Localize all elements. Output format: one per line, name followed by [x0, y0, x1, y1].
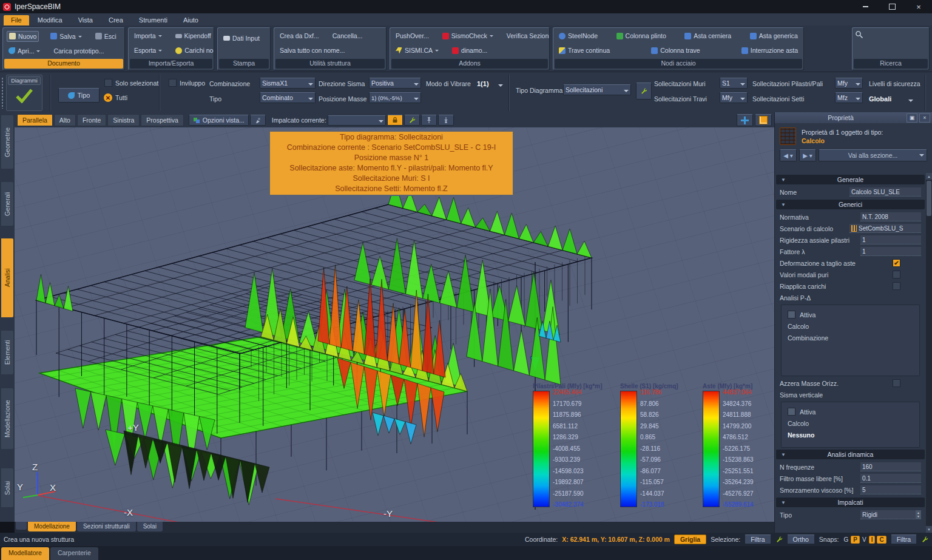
prev-section-button[interactable]: ◀ ▾: [780, 149, 797, 161]
prop-value-filtro-masse-libere[interactable]: 0.1: [860, 474, 921, 483]
ribbon-item-trave-continua[interactable]: Trave continua: [557, 46, 612, 55]
tipo-select[interactable]: Combinato: [260, 92, 316, 103]
prop-value-normativa[interactable]: N.T. 2008: [860, 212, 921, 221]
prop-value-tipo[interactable]: Rigidi▲▼: [860, 510, 921, 519]
checkbox-unchecked[interactable]: [893, 379, 900, 387]
ortho-button[interactable]: Ortho: [787, 535, 815, 544]
viewport-3d[interactable]: Tipo diagramma: Sollecitazioni Combinazi…: [15, 127, 774, 522]
prop-value-nome[interactable]: Calcolo SLU_SLE: [849, 187, 921, 197]
posizione-masse-select[interactable]: 1) (0%,-5%): [369, 92, 421, 103]
prop-value-fattore[interactable]: 1: [860, 247, 921, 256]
prop-section-generici[interactable]: ▼Generici: [776, 200, 925, 209]
spinner-down-icon[interactable]: ▼: [917, 514, 920, 518]
lock-floor-button[interactable]: [387, 115, 403, 126]
maximize-button[interactable]: [879, 0, 905, 13]
close-button[interactable]: ×: [905, 0, 932, 13]
ribbon-item-esci[interactable]: Esci: [93, 32, 118, 41]
menu-strumenti[interactable]: Strumenti: [132, 15, 175, 25]
floor-settings-button[interactable]: [404, 115, 420, 126]
ribbon-item-asta-cerniera[interactable]: Asta cerniera: [683, 31, 733, 41]
ribbon-item-crea-da-dxf[interactable]: Crea da Dxf...: [278, 31, 321, 41]
apply-check-icon[interactable]: [15, 89, 33, 103]
ribbon-item-cancella[interactable]: Cancella...: [331, 31, 365, 41]
viewport-tab-modellazione[interactable]: Modellazione: [28, 522, 76, 531]
minimize-button[interactable]: [852, 0, 879, 13]
prop-section-analisi-dinamica[interactable]: ▼Analisi dinamica: [776, 450, 925, 459]
panel-scrollbar[interactable]: ▲ ▼: [926, 173, 932, 533]
sidebar-tab-geometrie[interactable]: Geometrie: [1, 115, 13, 169]
sollecitazioni-travi-select[interactable]: Mfy: [720, 92, 748, 103]
ribbon-item-esporta[interactable]: Esporta: [132, 46, 164, 55]
ribbon-item-sismi-ca[interactable]: SISMI.CA: [394, 46, 441, 55]
snap-toggle-i[interactable]: I: [869, 536, 876, 544]
drag-handle[interactable]: [1, 77, 4, 109]
mode-tab-modellatore[interactable]: Modellatore: [1, 547, 49, 560]
viewport-tab-sezioni-strutturali[interactable]: Sezioni strutturali: [77, 522, 136, 531]
prop-value-n-frequenze[interactable]: 160: [860, 462, 921, 471]
ribbon-item-importa[interactable]: Importa: [132, 31, 164, 41]
view-tab-parallela[interactable]: Parallela: [17, 114, 53, 126]
sollecitazioni-setti-select[interactable]: Mfz: [835, 92, 863, 103]
dock-panel-button[interactable]: ▣: [907, 113, 917, 123]
ribbon-item-colonna-trave[interactable]: Colonna trave: [649, 46, 701, 55]
tutti-toggle[interactable]: ✕ Tutti: [104, 93, 127, 102]
scroll-down-icon[interactable]: ▼: [926, 526, 932, 533]
add-view-button[interactable]: [737, 114, 753, 126]
scroll-up-icon[interactable]: ▲: [926, 173, 932, 180]
checkbox-unchecked[interactable]: [788, 311, 795, 319]
ribbon-item-interruzione-asta[interactable]: Interruzione asta: [740, 46, 800, 55]
tipo-diagramma-select[interactable]: Sollecitazioni: [563, 84, 631, 95]
ribbon-item-dati-input[interactable]: Dati Input: [221, 33, 262, 43]
ribbon-item-sismocheck[interactable]: SismoCheck: [441, 31, 495, 41]
next-section-button[interactable]: ▶ ▾: [799, 149, 816, 161]
properties-header[interactable]: Proprietà ▣ ×: [775, 112, 932, 123]
sidebar-tab-analisi[interactable]: Analisi: [1, 238, 13, 317]
viewport-tab-solai[interactable]: Solai: [137, 522, 163, 531]
sollecitazioni-muri-select[interactable]: S1: [720, 78, 748, 89]
ribbon-item-kipendoff[interactable]: Kipendoff: [174, 31, 213, 41]
wrench-icon[interactable]: [921, 536, 928, 543]
livelli-sicurezza-select[interactable]: [905, 94, 915, 105]
checkbox-unchecked[interactable]: [788, 408, 795, 416]
filtra-snaps-button[interactable]: Filtra: [891, 535, 917, 544]
pin-up-button[interactable]: [421, 115, 437, 126]
menu-aiuto[interactable]: Aiuto: [176, 15, 206, 25]
ribbon-item-pushover[interactable]: PushOver...: [394, 31, 431, 41]
menu-modifica[interactable]: Modifica: [30, 15, 70, 25]
filtra-selection-button[interactable]: Filtra: [745, 535, 771, 544]
view-tab-prospettiva[interactable]: Prospettiva: [141, 114, 184, 126]
close-panel-button[interactable]: ×: [919, 113, 930, 123]
ribbon-item-carica-prototipo[interactable]: Carica prototipo...: [52, 46, 106, 56]
view-tab-alto[interactable]: Alto: [54, 114, 76, 126]
cascade-views-button[interactable]: [755, 114, 772, 126]
prop-section-generale[interactable]: ▼Generale: [776, 175, 925, 184]
livelli-sicurezza-value[interactable]: Globali: [869, 95, 891, 103]
prop-value-rigidezza-assiale-pilastri[interactable]: 1: [860, 235, 921, 245]
ribbon-item-salva[interactable]: Salva: [49, 32, 83, 41]
view-tab-fronte[interactable]: Fronte: [77, 114, 106, 126]
opzioni-vista-button[interactable]: Opzioni vista...: [189, 115, 249, 126]
search-icon[interactable]: [855, 30, 863, 39]
checkbox-unchecked[interactable]: [169, 79, 177, 87]
sidebar-tab-solai[interactable]: Solai: [1, 468, 13, 507]
sidebar-tab-modellazione[interactable]: Modellazione: [1, 388, 13, 449]
menu-file[interactable]: File: [4, 15, 29, 25]
direzione-sisma-select[interactable]: Positiva: [369, 78, 421, 89]
checkbox-unchecked[interactable]: [893, 282, 900, 290]
ribbon-item-steelnode[interactable]: SteelNode: [557, 31, 599, 41]
pointer-tool-button[interactable]: [250, 115, 266, 126]
ribbon-item-apri[interactable]: Apri...: [7, 46, 42, 56]
impalcato-corrente-select[interactable]: [328, 115, 386, 126]
snap-toggle-g[interactable]: G: [843, 536, 849, 543]
spinner-icon[interactable]: ▲▼: [916, 510, 921, 519]
combinazione-select[interactable]: SismaX1: [260, 78, 316, 89]
snap-toggle-v[interactable]: V: [862, 536, 867, 543]
griglia-button[interactable]: Griglia: [674, 535, 706, 544]
prop-section-impalcati[interactable]: ▼Impalcati: [776, 498, 925, 507]
ribbon-item-nuovo[interactable]: Nuovo: [7, 31, 39, 42]
inviluppo-checkbox[interactable]: Inviluppo: [169, 79, 205, 87]
menu-crea[interactable]: Crea: [101, 15, 130, 25]
ribbon-item-salva-tutto-con-nome[interactable]: Salva tutto con nome...: [278, 46, 346, 55]
ribbon-item-colonna-plinto[interactable]: Colonna plinto: [615, 31, 668, 41]
checkbox-unchecked[interactable]: [893, 271, 900, 278]
